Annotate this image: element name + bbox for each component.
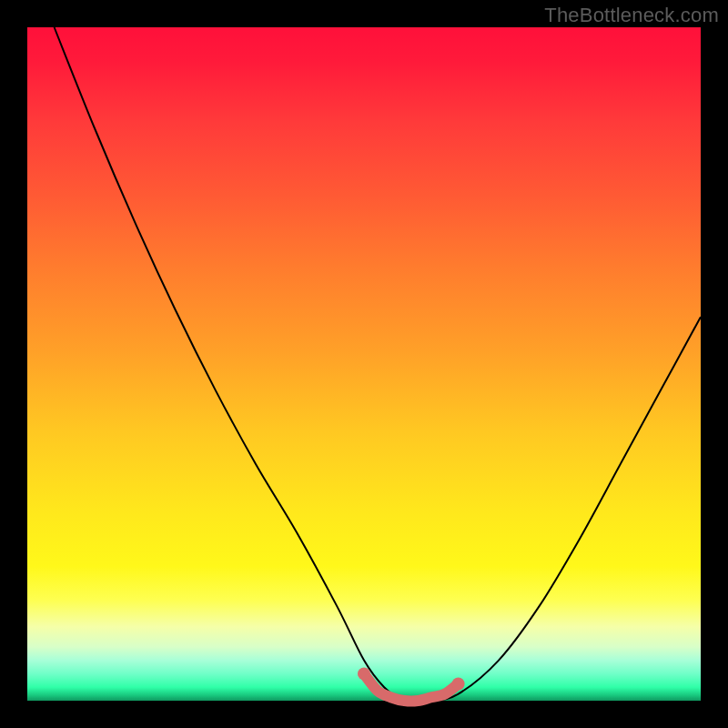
attribution-watermark: TheBottleneck.com — [544, 4, 719, 27]
chart-frame: TheBottleneck.com — [0, 0, 728, 728]
chart-plot-area — [27, 27, 701, 701]
